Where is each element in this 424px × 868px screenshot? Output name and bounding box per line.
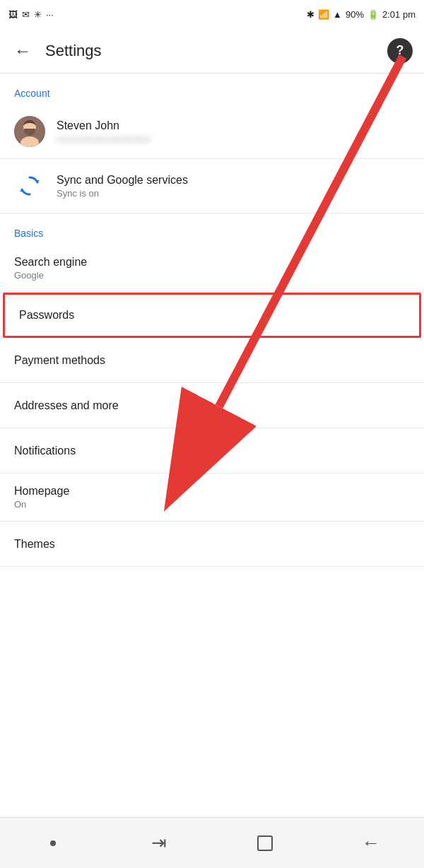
homepage-subtitle: On (14, 499, 410, 510)
avatar (14, 116, 45, 147)
sync-title: Sync and Google services (57, 174, 410, 187)
bluetooth-icon: ✱ (307, 9, 314, 20)
gmail-status-icon: ✉ (22, 9, 30, 20)
sync-subtitle: Sync is on (57, 188, 410, 199)
battery-icon: 🔋 (367, 9, 379, 20)
status-right: ✱ 📶 ▲ 90% 🔋 2:01 pm (307, 9, 416, 20)
homepage-text: Homepage On (14, 485, 410, 510)
addresses-text: Addresses and more (14, 399, 410, 412)
image-status-icon: 🖼 (8, 9, 18, 20)
notifications-item[interactable]: Notifications (0, 428, 424, 474)
basics-section-header: Basics (0, 213, 424, 245)
payment-methods-text: Payment methods (14, 354, 410, 367)
help-button[interactable]: ? (387, 38, 413, 64)
search-engine-subtitle: Google (14, 270, 410, 281)
profile-item[interactable]: Steven John ●●●●●●●●●●●●●●●●● (0, 105, 424, 159)
payment-methods-item[interactable]: Payment methods (0, 338, 424, 383)
nav-tab-button[interactable]: ⇥ (131, 822, 187, 864)
nav-square-button[interactable] (237, 822, 293, 864)
notifications-title: Notifications (14, 445, 410, 457)
profile-text: Steven John ●●●●●●●●●●●●●●●●● (57, 119, 410, 144)
sync-text: Sync and Google services Sync is on (57, 174, 410, 199)
addresses-item[interactable]: Addresses and more (0, 383, 424, 428)
passwords-text: Passwords (19, 309, 405, 322)
notifications-text: Notifications (14, 445, 410, 457)
tab-icon: ⇥ (151, 832, 167, 854)
sync-icon-container (14, 170, 45, 201)
status-left: 🖼 ✉ ✳ ··· (8, 9, 54, 20)
homepage-item[interactable]: Homepage On (0, 474, 424, 522)
themes-item[interactable]: Themes (0, 522, 424, 567)
bottom-nav: ⇥ ← (0, 817, 424, 868)
dot-icon (50, 840, 56, 846)
profile-name: Steven John (57, 119, 410, 132)
passwords-title: Passwords (19, 309, 405, 322)
homepage-title: Homepage (14, 485, 410, 498)
avatar-icon-container (14, 116, 45, 147)
search-engine-title: Search engine (14, 256, 410, 269)
nav-back-button[interactable]: ← (343, 822, 399, 864)
search-engine-text: Search engine Google (14, 256, 410, 281)
settings-content: Account (0, 74, 424, 567)
account-section-header: Account (0, 74, 424, 105)
wifi-icon: 📶 (318, 9, 329, 20)
addresses-title: Addresses and more (14, 399, 410, 412)
square-icon (257, 835, 273, 851)
signal-icon: ▲ (333, 9, 342, 20)
app-bar: ← Settings ? (0, 28, 424, 74)
nav-dot-button[interactable] (25, 822, 81, 864)
back-button[interactable]: ← (11, 38, 34, 64)
app-bar-left: ← Settings (11, 38, 102, 64)
passwords-item[interactable]: Passwords (3, 293, 421, 338)
themes-text: Themes (14, 538, 410, 551)
search-engine-item[interactable]: Search engine Google (0, 245, 424, 293)
battery-level: 90% (346, 9, 364, 20)
sync-item[interactable]: Sync and Google services Sync is on (0, 159, 424, 213)
payment-methods-title: Payment methods (14, 354, 410, 367)
more-status-icon: ··· (46, 9, 54, 20)
time-display: 2:01 pm (382, 9, 416, 20)
page-title: Settings (45, 42, 102, 60)
settings-status-icon: ✳ (34, 9, 42, 20)
themes-title: Themes (14, 538, 410, 551)
status-bar: 🖼 ✉ ✳ ··· ✱ 📶 ▲ 90% 🔋 2:01 pm (0, 0, 424, 28)
back-nav-icon: ← (362, 832, 380, 854)
profile-email: ●●●●●●●●●●●●●●●●● (57, 134, 410, 144)
